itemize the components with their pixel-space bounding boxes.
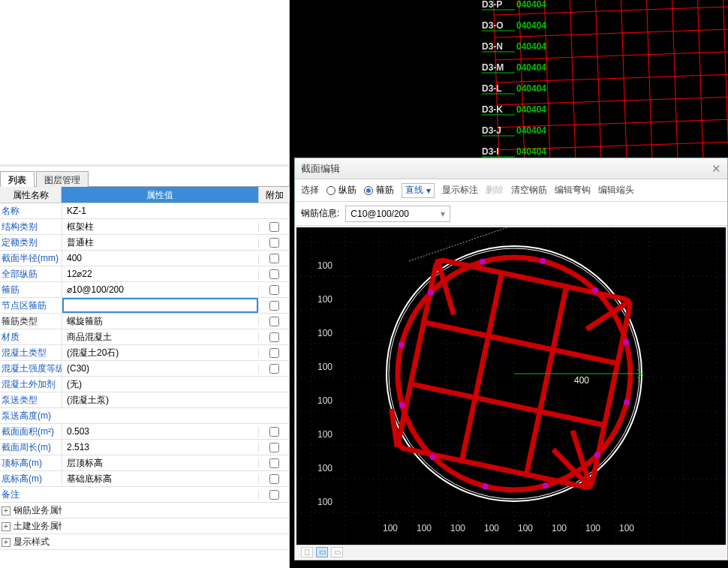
property-label: +显示样式	[0, 534, 62, 550]
property-label: 截面半径(mm)	[0, 251, 62, 266]
extra-checkbox[interactable]	[269, 254, 279, 263]
property-value[interactable]: 层顶标高	[62, 455, 258, 471]
property-row[interactable]: 截面面积(m²)0.503	[0, 424, 290, 440]
property-row[interactable]: 顶标高(m)层顶标高	[0, 455, 290, 471]
property-value[interactable]: (无)	[62, 377, 258, 392]
property-value[interactable]: 2.513	[62, 440, 258, 455]
radio-longitudinal[interactable]: 纵筋	[326, 184, 356, 197]
property-label: 混凝土强度等级	[0, 361, 62, 377]
expand-icon[interactable]: +	[2, 506, 11, 515]
property-extra	[258, 443, 290, 452]
property-value[interactable]: 框架柱	[62, 219, 258, 235]
extra-checkbox[interactable]	[269, 238, 279, 248]
extra-checkbox[interactable]	[269, 364, 279, 374]
dialog-titlebar[interactable]: 截面编辑 ✕	[295, 158, 727, 179]
rebar-info-label: 钢筋信息:	[301, 207, 339, 220]
property-row[interactable]: +土建业务属性	[0, 518, 290, 534]
status-btn-2[interactable]: ▭	[316, 547, 328, 557]
property-label: 结构类别	[0, 219, 62, 235]
svg-text:100: 100	[585, 523, 600, 533]
property-row[interactable]: 截面周长(m)2.513	[0, 440, 290, 455]
property-row[interactable]: 名称KZ-1	[0, 203, 290, 219]
property-row[interactable]: 节点区箍筋	[0, 298, 290, 314]
radio-stirrup[interactable]: 箍筋	[364, 184, 394, 197]
status-btn-3[interactable]: ▭	[331, 547, 343, 557]
edit-hook-button[interactable]: 编辑弯钩	[555, 184, 591, 197]
rebar-info-dropdown[interactable]: C10@100/200 ▾	[345, 206, 450, 222]
line-type-dropdown[interactable]: 直线▾	[402, 183, 435, 198]
property-label: 名称	[0, 203, 62, 219]
svg-text:100: 100	[317, 429, 332, 440]
extra-checkbox[interactable]	[269, 458, 279, 468]
svg-text:100: 100	[552, 523, 567, 533]
property-row[interactable]: 备注	[0, 487, 290, 503]
left-blank-area	[0, 0, 289, 167]
property-value[interactable]: (混凝土20石)	[62, 345, 258, 361]
property-value[interactable]: 12⌀22	[62, 266, 258, 282]
delete-button[interactable]: 删除	[486, 184, 504, 197]
show-dim-button[interactable]: 显示标注	[442, 184, 478, 197]
property-value[interactable]: ⌀10@100/200	[62, 282, 258, 298]
property-value[interactable]: 400	[62, 251, 258, 266]
extra-checkbox[interactable]	[269, 301, 279, 311]
property-row[interactable]: 箍筋类型螺旋箍筋	[0, 314, 290, 329]
property-value[interactable]: (混凝土泵)	[62, 392, 258, 408]
property-row[interactable]: 混凝土外加剂(无)	[0, 377, 290, 392]
property-row[interactable]: 材质商品混凝土	[0, 329, 290, 345]
property-row[interactable]: 结构类别框架柱	[0, 219, 290, 235]
clear-rebar-button[interactable]: 清空钢筋	[511, 184, 547, 197]
expand-icon[interactable]: +	[2, 538, 11, 547]
property-value[interactable]: 商品混凝土	[62, 329, 258, 345]
property-value[interactable]	[62, 298, 258, 314]
property-row[interactable]: 泵送高度(m)	[0, 408, 290, 424]
status-btn-1[interactable]: ⎕	[301, 547, 313, 557]
property-label: 顶标高(m)	[0, 455, 62, 471]
tab-property-list[interactable]: 列表	[0, 171, 35, 188]
svg-line-98	[526, 287, 566, 474]
tab-layer-manager[interactable]: 图层管理	[36, 171, 89, 188]
property-row[interactable]: 混凝土强度等级(C30)	[0, 361, 290, 377]
svg-text:100: 100	[484, 523, 499, 533]
extra-checkbox[interactable]	[269, 317, 279, 326]
extra-checkbox[interactable]	[269, 222, 279, 232]
radio-longitudinal-label: 纵筋	[338, 184, 356, 197]
property-extra	[258, 427, 290, 437]
edit-end-button[interactable]: 编辑端头	[598, 184, 634, 197]
dialog-toolbar: 选择 纵筋 箍筋 直线▾ 显示标注 删除 清空钢筋 编辑弯钩 编辑端头	[295, 179, 727, 202]
property-extra	[258, 301, 290, 311]
property-row[interactable]: 截面半径(mm)400	[0, 251, 290, 266]
property-row[interactable]: 定额类别普通柱	[0, 235, 290, 251]
svg-text:100: 100	[317, 294, 332, 305]
extra-checkbox[interactable]	[269, 269, 279, 279]
extra-checkbox[interactable]	[269, 474, 279, 484]
section-canvas[interactable]: 1001001001001001001001001001001001001001…	[296, 227, 726, 545]
property-extra	[258, 269, 290, 279]
property-value[interactable]: KZ-1	[62, 203, 258, 219]
property-row[interactable]: 全部纵筋12⌀22	[0, 266, 290, 282]
property-value[interactable]: 基础底标高	[62, 471, 258, 487]
property-value[interactable]: 0.503	[62, 424, 258, 440]
extra-checkbox[interactable]	[269, 443, 279, 452]
property-row[interactable]: 泵送类型(混凝土泵)	[0, 392, 290, 408]
svg-point-104	[624, 399, 630, 405]
dialog-statusbar: ⎕ ▭ ▭	[296, 545, 726, 558]
extra-checkbox[interactable]	[269, 332, 279, 342]
property-value[interactable]: 普通柱	[62, 235, 258, 251]
close-icon[interactable]: ✕	[711, 162, 721, 176]
extra-checkbox[interactable]	[269, 285, 279, 295]
expand-icon[interactable]: +	[2, 522, 11, 531]
property-value-input[interactable]	[62, 298, 258, 313]
property-value[interactable]: (C30)	[62, 361, 258, 377]
property-row[interactable]: 箍筋⌀10@100/200	[0, 282, 290, 298]
svg-text:040404: 040404	[516, 62, 546, 73]
extra-checkbox[interactable]	[269, 427, 279, 437]
property-label: 截面周长(m)	[0, 440, 62, 455]
property-value[interactable]: 螺旋箍筋	[62, 314, 258, 329]
property-row[interactable]: +钢筋业务属性	[0, 503, 290, 518]
property-row[interactable]: 混凝土类型(混凝土20石)	[0, 345, 290, 361]
property-row[interactable]: +显示样式	[0, 534, 290, 550]
property-table: 属性名称 属性值 附加 名称KZ-1结构类别框架柱定额类别普通柱截面半径(mm)…	[0, 187, 290, 550]
extra-checkbox[interactable]	[269, 348, 279, 358]
extra-checkbox[interactable]	[269, 490, 279, 500]
property-row[interactable]: 底标高(m)基础底标高	[0, 471, 290, 487]
